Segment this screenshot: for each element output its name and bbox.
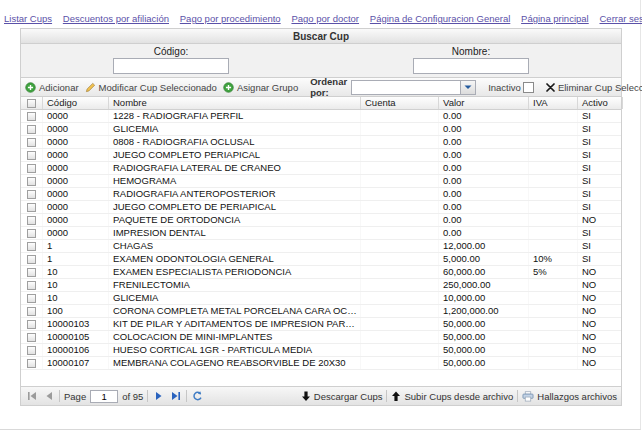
cell-valor: 60,000.00: [439, 266, 529, 278]
table-row[interactable]: 0000 RADIOGRAFIA ANTEROPOSTERIOR 0.00 SI: [21, 188, 621, 201]
column-header-cuenta[interactable]: Cuenta: [361, 97, 439, 109]
codigo-input[interactable]: [113, 58, 229, 74]
nav-link-pagina-principal[interactable]: Página principal: [521, 13, 589, 24]
row-checkbox[interactable]: [27, 346, 36, 355]
hallazgos-archivos-button[interactable]: Hallazgos archivos: [522, 391, 617, 402]
row-checkbox[interactable]: [27, 112, 36, 121]
cell-cuenta: [361, 253, 439, 265]
nav-link-descuentos-afiliacion[interactable]: Descuentos por afiliación: [63, 13, 169, 24]
row-checkbox[interactable]: [27, 125, 36, 134]
table-row[interactable]: 0000 JUEGO COMPLETO DE PERIAPICAL 0.00 S…: [21, 201, 621, 214]
column-header-activo[interactable]: Activo: [578, 97, 623, 109]
pager-separator: [386, 390, 387, 402]
cell-nombre: PAQUETE DE ORTODONCIA: [109, 214, 361, 226]
nav-link-configuracion-general[interactable]: Página de Configuracion General: [370, 13, 510, 24]
cell-activo: SI: [578, 227, 622, 239]
last-page-button[interactable]: [169, 389, 182, 403]
nav-link-pago-procedimiento[interactable]: Pago por procedimiento: [180, 13, 281, 24]
page-number-input[interactable]: [90, 390, 118, 403]
table-row[interactable]: 1 EXAMEN ODONTOLOGIA GENERAL 5,000.00 10…: [21, 253, 621, 266]
table-row[interactable]: 0000 PAQUETE DE ORTODONCIA 0.00 NO: [21, 214, 621, 227]
nombre-input[interactable]: [413, 58, 529, 74]
cell-iva: 10%: [529, 253, 578, 265]
nav-link-listar-cups[interactable]: Listar Cups: [4, 13, 52, 24]
printer-icon: [522, 391, 534, 402]
table-row[interactable]: 100 CORONA COMPLETA METAL PORCELANA CARA…: [21, 305, 621, 318]
next-page-button[interactable]: [152, 389, 165, 403]
column-header-valor[interactable]: Valor: [439, 97, 529, 109]
table-row[interactable]: 10000105 COLOCACION DE MINI-IMPLANTES 50…: [21, 331, 621, 344]
row-checkbox[interactable]: [27, 164, 36, 173]
row-checkbox[interactable]: [27, 242, 36, 251]
row-checkbox[interactable]: [27, 190, 36, 199]
cell-cuenta: [361, 292, 439, 304]
row-checkbox[interactable]: [27, 333, 36, 342]
column-header-codigo[interactable]: Código: [43, 97, 109, 109]
inactivo-checkbox[interactable]: [523, 82, 534, 93]
row-checkbox[interactable]: [27, 177, 36, 186]
row-checkbox[interactable]: [27, 255, 36, 264]
eliminar-cup-button[interactable]: Eliminar Cup Seleccionado: [546, 82, 642, 93]
x-icon: [546, 83, 555, 92]
cell-activo: NO: [578, 292, 622, 304]
descargar-cups-button[interactable]: Descargar Cups: [301, 391, 383, 402]
table-row[interactable]: 0000 RADIOGRAFIA LATERAL DE CRANEO 0.00 …: [21, 162, 621, 175]
row-checkbox[interactable]: [27, 268, 36, 277]
table-row[interactable]: 0000 GLICEMIA 0.00 SI: [21, 123, 621, 136]
first-page-button[interactable]: [25, 389, 38, 403]
table-header: Código Nombre Cuenta Valor IVA Activo: [20, 97, 622, 110]
nav-link-cerrar-sesion[interactable]: Cerrar sesión: [599, 13, 642, 24]
table-row[interactable]: 0000 HEMOGRAMA 0.00 SI: [21, 175, 621, 188]
refresh-button[interactable]: [191, 389, 204, 403]
row-checkbox[interactable]: [27, 138, 36, 147]
cell-cuenta: [361, 344, 439, 356]
cell-codigo: 10000107: [43, 357, 109, 369]
adicionar-label: Adicionar: [39, 82, 79, 93]
subir-cups-button[interactable]: Subir Cups desde archivo: [391, 391, 513, 402]
select-all-checkbox[interactable]: [27, 99, 36, 108]
nav-link-pago-doctor[interactable]: Pago por doctor: [291, 13, 359, 24]
table-row[interactable]: 0000 IMPRESION DENTAL 0.00 SI: [21, 227, 621, 240]
adicionar-button[interactable]: Adicionar: [25, 82, 79, 93]
table-row[interactable]: 0000 JUEGO COMPLETO PERIAPICAL 0.00 SI: [21, 149, 621, 162]
table-row[interactable]: 1 CHAGAS 12,000.00 SI: [21, 240, 621, 253]
row-checkbox[interactable]: [27, 203, 36, 212]
column-header-iva[interactable]: IVA: [529, 97, 578, 109]
cell-valor: 0.00: [439, 188, 529, 200]
column-header-nombre[interactable]: Nombre: [109, 97, 361, 109]
cell-valor: 250,000.00: [439, 279, 529, 291]
cell-cuenta: [361, 123, 439, 135]
row-checkbox[interactable]: [27, 229, 36, 238]
cell-activo: NO: [578, 331, 622, 343]
codigo-field-group: Código:: [21, 46, 321, 74]
row-checkbox[interactable]: [27, 216, 36, 225]
row-checkbox[interactable]: [27, 281, 36, 290]
row-checkbox[interactable]: [27, 151, 36, 160]
pager-separator: [517, 390, 518, 402]
row-checkbox[interactable]: [27, 359, 36, 368]
cell-iva: [529, 305, 578, 317]
cell-iva: [529, 136, 578, 148]
asignar-grupo-button[interactable]: Asignar Grupo: [223, 82, 298, 93]
table-row[interactable]: 0000 1228 - RADIOGRAFIA PERFIL 0.00 SI: [21, 110, 621, 123]
cell-cuenta: [361, 240, 439, 252]
row-checkbox-cell: [21, 175, 43, 187]
table-row[interactable]: 0000 0808 - RADIOGRAFIA OCLUSAL 0.00 SI: [21, 136, 621, 149]
table-row[interactable]: 10 EXAMEN ESPECIALISTA PERIODONCIA 60,00…: [21, 266, 621, 279]
table-row[interactable]: 10000103 KIT DE PILAR Y ADITAMENTOS DE I…: [21, 318, 621, 331]
table-row[interactable]: 10 FRENILECTOMIA 250,000.00 NO: [21, 279, 621, 292]
cell-codigo: 0000: [43, 162, 109, 174]
row-checkbox[interactable]: [27, 307, 36, 316]
row-checkbox[interactable]: [27, 320, 36, 329]
table-row[interactable]: 10000106 HUESO CORTICAL 1GR - PARTICULA …: [21, 344, 621, 357]
ordenar-por-input[interactable]: [351, 80, 461, 95]
add-circle-icon: [25, 82, 36, 93]
table-row[interactable]: 10 GLICEMIA 10,000.00 NO: [21, 292, 621, 305]
combo-trigger-button[interactable]: [461, 80, 476, 95]
prev-page-button[interactable]: [42, 389, 55, 403]
cell-activo: NO: [578, 357, 622, 369]
row-checkbox[interactable]: [27, 294, 36, 303]
cell-iva: [529, 149, 578, 161]
table-row[interactable]: 10000107 MEMBRANA COLAGENO REABSORVIBLE …: [21, 357, 621, 370]
modificar-cup-button[interactable]: Modificar Cup Seleccionado: [85, 82, 217, 93]
